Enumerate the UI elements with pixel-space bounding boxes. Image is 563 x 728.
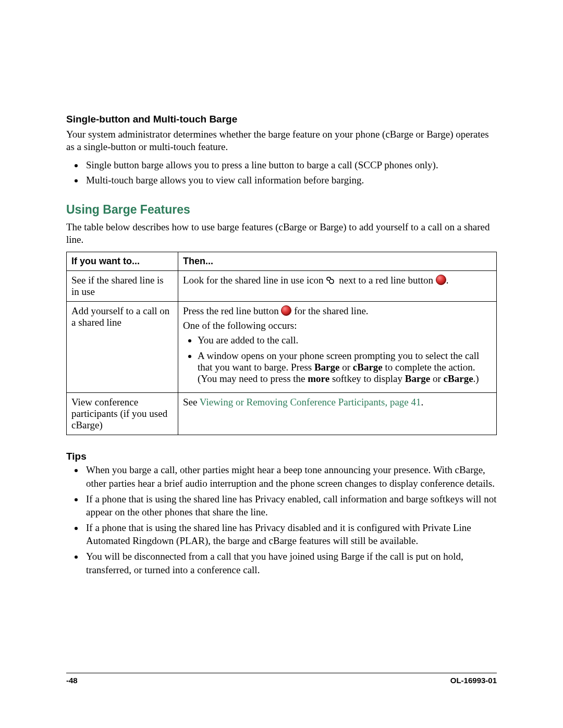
document-page: Single-button and Multi-touch Barge Your… bbox=[0, 0, 563, 728]
text-fragment: . bbox=[446, 275, 449, 286]
section1-bullet-list: Single button barge allows you to press … bbox=[66, 158, 497, 187]
text-fragment: or bbox=[430, 373, 443, 384]
outcome-list: You are added to the call. A window open… bbox=[183, 335, 492, 385]
list-item: You are added to the call. bbox=[198, 335, 492, 346]
section-title-using-barge: Using Barge Features bbox=[66, 203, 497, 217]
red-line-button-icon bbox=[436, 275, 446, 285]
cell-press-red-line: Press the red line button for the shared… bbox=[178, 302, 497, 393]
barge-feature-table: If you want to... Then... See if the sha… bbox=[66, 252, 497, 435]
link-conference-participants[interactable]: Viewing or Removing Conference Participa… bbox=[200, 397, 421, 408]
text-fragment: See bbox=[183, 397, 200, 408]
table-header-then: Then... bbox=[178, 252, 497, 271]
shared-line-in-use-icon bbox=[326, 276, 336, 285]
list-item: Multi-touch barge allows you to view cal… bbox=[84, 174, 497, 187]
cell-look-for-icon: Look for the shared line in use icon nex… bbox=[178, 271, 497, 302]
bold-cbarge: cBarge bbox=[353, 362, 383, 373]
cell-add-yourself: Add yourself to a call on a shared line bbox=[67, 302, 178, 393]
intro-paragraph-2: The table below describes how to use bar… bbox=[66, 221, 497, 246]
red-line-button-icon bbox=[281, 305, 291, 316]
list-item: Single button barge allows you to press … bbox=[84, 158, 497, 172]
cell-see-link: See Viewing or Removing Conference Parti… bbox=[178, 393, 497, 435]
tips-heading: Tips bbox=[66, 451, 497, 462]
table-row: See if the shared line is in use Look fo… bbox=[67, 271, 497, 302]
table-row: View conference participants (if you use… bbox=[67, 393, 497, 435]
bold-barge-2: Barge bbox=[405, 373, 431, 384]
text-fragment: next to a red line button bbox=[339, 275, 436, 286]
bold-cbarge-2: cBarge bbox=[444, 373, 473, 384]
list-item: A window opens on your phone screen prom… bbox=[198, 350, 492, 385]
text-fragment: .) bbox=[473, 373, 479, 384]
section-title-single-button: Single-button and Multi-touch Barge bbox=[66, 114, 497, 125]
text-fragment: Press the red line button bbox=[183, 305, 281, 316]
list-item: If a phone that is using the shared line… bbox=[84, 521, 497, 548]
cell-view-conference: View conference participants (if you use… bbox=[67, 393, 178, 435]
page-footer: -48 OL-16993-01 bbox=[66, 673, 497, 685]
doc-id: OL-16993-01 bbox=[450, 676, 497, 685]
list-item: When you barge a call, other parties mig… bbox=[84, 463, 497, 490]
table-header-if-you-want: If you want to... bbox=[67, 252, 178, 271]
tips-bullet-list: When you barge a call, other parties mig… bbox=[66, 463, 497, 576]
text-fragment: for the shared line. bbox=[294, 305, 368, 316]
text-fragment: . bbox=[421, 397, 424, 408]
cell-see-shared-line: See if the shared line is in use bbox=[67, 271, 178, 302]
text-fragment: Look for the shared line in use icon bbox=[183, 275, 326, 286]
text-one-of-following: One of the following occurs: bbox=[183, 320, 492, 331]
list-item: If a phone that is using the shared line… bbox=[84, 492, 497, 519]
text-fragment: softkey to display bbox=[329, 373, 405, 384]
bold-barge: Barge bbox=[314, 362, 340, 373]
list-item: You will be disconnected from a call tha… bbox=[84, 550, 497, 576]
bold-more: more bbox=[308, 373, 329, 384]
table-row: Add yourself to a call on a shared line … bbox=[67, 302, 497, 393]
intro-paragraph-1: Your system administrator determines whe… bbox=[66, 128, 497, 153]
text-fragment: or bbox=[339, 362, 352, 373]
page-number: -48 bbox=[66, 676, 78, 685]
